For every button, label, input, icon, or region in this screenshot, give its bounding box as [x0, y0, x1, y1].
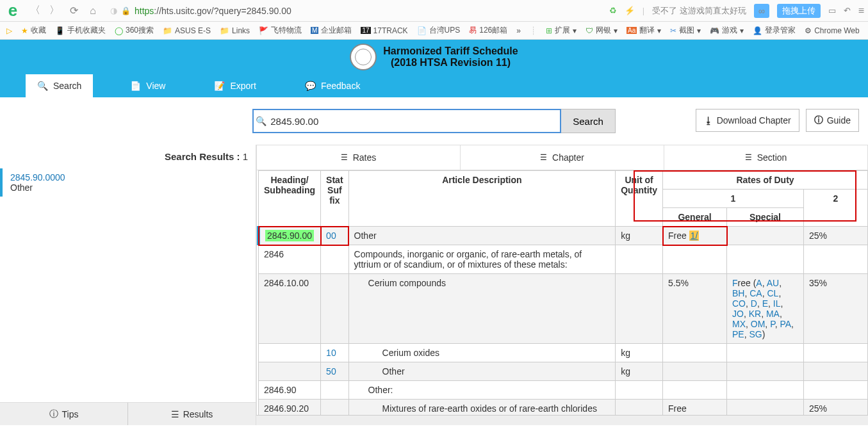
undo-icon[interactable]: ↶	[844, 6, 851, 15]
menu-icon[interactable]: ≡	[858, 5, 864, 17]
th-desc: Article Description	[348, 171, 616, 227]
info-icon: ⓘ	[814, 115, 823, 126]
country-code-link[interactable]: BH	[732, 288, 744, 298]
cell-col2	[804, 362, 868, 381]
search-button[interactable]: Search	[561, 109, 616, 133]
country-code-link[interactable]: F	[732, 278, 738, 288]
cell-description: Mixtures of rare-earth oxides or of rare…	[348, 400, 616, 416]
viewtab-section[interactable]: ☰Section	[664, 145, 867, 170]
country-code-link[interactable]: JO	[732, 309, 744, 319]
cell-description: Cerium oxides	[348, 344, 616, 362]
back-button[interactable]: 〈	[27, 3, 44, 19]
search-result-item[interactable]: 2845.90.0000 Other	[0, 168, 256, 197]
tab-view[interactable]: 📄View	[119, 74, 177, 97]
th-two: 2	[804, 190, 868, 227]
cloud-icon[interactable]: ∞	[754, 4, 769, 18]
toolbar-item[interactable]: 🛡网银 ▾	[585, 25, 618, 36]
search-icon: 🔍	[254, 110, 268, 132]
tips-button[interactable]: ⓘTips	[0, 403, 127, 425]
bookmark-item[interactable]: 📁ASUS E-S	[163, 26, 211, 35]
bookmark-item[interactable]: 易126邮箱	[469, 25, 507, 36]
more-bookmarks[interactable]: »	[516, 26, 521, 35]
refresh-button[interactable]: ⟳	[65, 3, 82, 19]
url-path: /?query=2845.90.00	[211, 6, 291, 16]
country-code-link[interactable]: P	[770, 319, 775, 329]
recycle-icon[interactable]: ♻	[609, 6, 617, 15]
forward-button[interactable]: 〉	[46, 3, 63, 19]
country-code-link[interactable]: SG	[749, 329, 762, 339]
cell-description: Other	[348, 362, 616, 381]
tab-feedback[interactable]: 💬Feedback	[293, 74, 372, 97]
cell-special	[727, 227, 804, 245]
table-row: 2845.90.0000OtherkgFree 1/25%	[259, 227, 868, 245]
cell-description: Other	[348, 227, 616, 245]
promo-text: 受不了 这游戏简直太好玩	[652, 5, 746, 17]
bookmark-item[interactable]: M企业邮箱	[311, 25, 352, 36]
bookmark-item[interactable]: 📄台湾UPS	[417, 25, 461, 36]
country-code-link[interactable]: CO	[732, 298, 746, 309]
results-button[interactable]: ☰Results	[127, 403, 256, 425]
cell-col2	[804, 245, 868, 274]
country-code-link[interactable]: IL	[773, 298, 781, 309]
bookmark-item[interactable]: ★收藏	[21, 25, 46, 36]
toolbar-item[interactable]: ⊞扩展 ▾	[546, 25, 577, 36]
country-code-link[interactable]: A	[756, 278, 762, 288]
cell-general: 5.5%	[663, 274, 727, 344]
table-row: 10Cerium oxideskg	[259, 344, 868, 362]
cell-special	[727, 381, 804, 400]
country-code-link[interactable]: CL	[767, 288, 778, 298]
cell-general: Free	[663, 400, 727, 416]
bookmark-item[interactable]: 1717TRACK	[361, 26, 407, 35]
footnote-link[interactable]: 1/	[689, 231, 700, 241]
cell-col2: 35%	[804, 274, 868, 344]
country-code-link[interactable]: KR	[749, 309, 761, 319]
cell-special	[727, 400, 804, 416]
toolbar-item[interactable]: ✂截图 ▾	[670, 25, 701, 36]
download-icon: ⭳	[704, 115, 713, 125]
th-rates: Rates of Duty	[663, 171, 868, 190]
tariff-table: Heading/ Subheading Stat Suf fix Article…	[257, 170, 868, 415]
bolt-icon[interactable]: ⚡	[625, 6, 635, 15]
cell-stat: 50	[321, 362, 348, 381]
country-code-link[interactable]: MA	[766, 309, 780, 319]
device-icon[interactable]: ▭	[828, 6, 836, 15]
url-bar[interactable]: ◑ 🔒 https://hts.usitc.gov/?query=2845.90…	[106, 4, 604, 17]
country-code-link[interactable]: D	[751, 298, 757, 309]
tab-search[interactable]: 🔍Search	[26, 74, 93, 97]
country-code-link[interactable]: E	[762, 298, 768, 309]
guide-button[interactable]: ⓘGuide	[806, 109, 859, 132]
toolbar-item[interactable]: Aa翻译 ▾	[626, 25, 661, 36]
cell-general	[663, 344, 727, 362]
expand-icon[interactable]: ▷	[6, 26, 12, 35]
search-input[interactable]	[268, 110, 560, 132]
seal-logo	[350, 44, 377, 70]
home-button[interactable]: ⌂	[85, 3, 101, 19]
country-code-link[interactable]: CA	[749, 288, 762, 298]
country-code-link[interactable]: MX	[732, 319, 746, 329]
bookmark-item[interactable]: ◯360搜索	[115, 25, 154, 36]
url-host: ://hts.usitc.gov	[154, 6, 211, 16]
viewtab-rates[interactable]: ☰Rates	[256, 145, 460, 170]
viewtab-chapter[interactable]: ☰Chapter	[460, 145, 664, 170]
table-row: 2846.10.00Cerium compounds5.5% Free (A, …	[259, 274, 868, 344]
country-code-link[interactable]: AU	[767, 278, 779, 288]
horizontal-scrollbar[interactable]	[256, 415, 868, 425]
upload-button[interactable]: 拖拽上传	[777, 4, 821, 18]
cell-col2	[804, 344, 868, 362]
bookmark-item[interactable]: 📱手机收藏夹	[55, 25, 106, 36]
result-desc: Other	[10, 182, 248, 193]
cell-unit	[616, 400, 663, 416]
download-chapter-button[interactable]: ⭳Download Chapter	[696, 109, 799, 132]
cell-general: Free 1/	[663, 227, 727, 245]
bookmark-item[interactable]: 🚩飞特物流	[259, 25, 302, 36]
table-row: 2846Compounds, inorganic or organic, of …	[259, 245, 868, 274]
toolbar-item[interactable]: ⚙Chrome Web	[805, 26, 859, 35]
country-code-link[interactable]: PA	[780, 319, 791, 329]
toolbar-item[interactable]: 🎮游戏 ▾	[710, 25, 744, 36]
country-code-link[interactable]: PE	[732, 329, 744, 339]
tab-export[interactable]: 📝Export	[202, 74, 267, 97]
toolbar-item[interactable]: 👤登录管家	[753, 25, 796, 36]
bookmark-item[interactable]: 📁Links	[220, 26, 250, 35]
cell-unit: kg	[616, 344, 663, 362]
country-code-link[interactable]: OM	[751, 319, 766, 329]
